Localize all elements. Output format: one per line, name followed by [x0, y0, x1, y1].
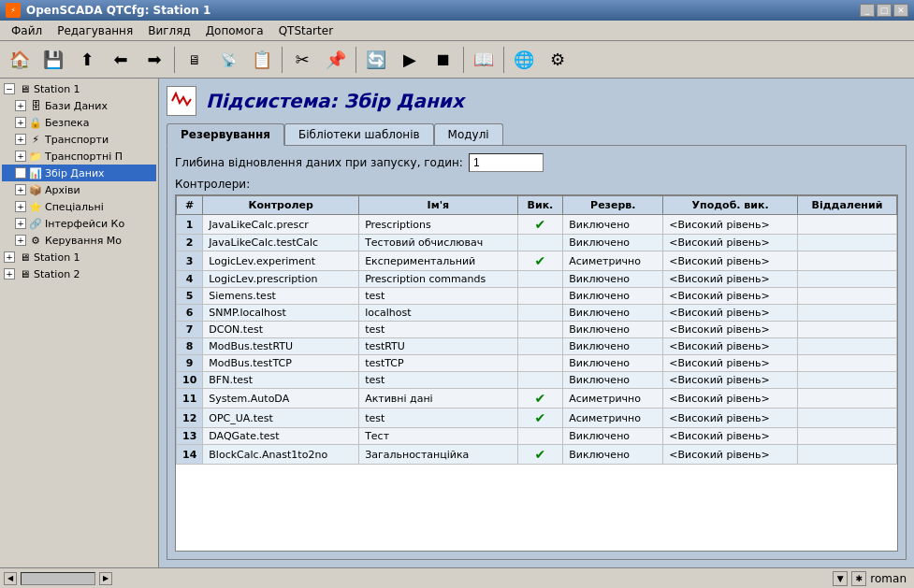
cell-controller: JavaLikeCalc.prescr: [203, 215, 359, 235]
expand-icon[interactable]: +: [4, 251, 15, 263]
scroll-right-arrow[interactable]: ▶: [99, 572, 112, 585]
table-row[interactable]: 13 DAQGate.test Тест Виключено <Високий …: [177, 428, 897, 445]
table-row[interactable]: 4 LogicLev.prescription Prescription com…: [177, 271, 897, 288]
sidebar-label-spetsialni: Спеціальні: [45, 201, 104, 213]
cell-num: 6: [177, 305, 203, 322]
expand-icon[interactable]: +: [15, 235, 26, 246]
cell-pref: <Високий рівень>: [663, 235, 798, 251]
table-row[interactable]: 8 ModBus.testRTU testRTU Виключено <Висо…: [177, 338, 897, 355]
toolbar-play-button[interactable]: ▶: [394, 44, 426, 76]
cell-name: test: [359, 288, 517, 305]
toolbar-home-button[interactable]: 🏠: [4, 44, 36, 76]
table-row[interactable]: 12 OPC_UA.test test ✔ Асиметрично <Висок…: [177, 409, 897, 428]
sidebar-item-spetsialni[interactable]: + ⭐ Спеціальні: [2, 198, 156, 215]
spetsialni-icon: ⭐: [28, 199, 43, 214]
cell-controller: Siemens.test: [203, 288, 359, 305]
table-row[interactable]: 14 BlockCalc.Anast1to2no Загальностанцій…: [177, 445, 897, 465]
transport-icon: ⚡: [28, 132, 43, 147]
expand-icon[interactable]: +: [15, 218, 26, 229]
toolbar-refresh-button[interactable]: 🔄: [360, 44, 392, 76]
menu-view[interactable]: Вигляд: [140, 22, 198, 39]
toolbar-disconnect-button[interactable]: 📡: [212, 44, 244, 76]
sidebar-label-keruvannya: Керування Мо: [45, 235, 122, 247]
menu-file[interactable]: Файл: [4, 22, 50, 39]
cell-num: 8: [177, 338, 203, 355]
cell-name: test: [359, 372, 517, 389]
controllers-table-container[interactable]: # Контролер Ім'я Вик. Резерв. Уподоб. ви…: [175, 194, 898, 552]
status-star-button[interactable]: ✱: [851, 571, 866, 586]
toolbar-back-button[interactable]: ⬅: [105, 44, 137, 76]
menu-help[interactable]: Допомога: [198, 22, 271, 39]
status-down-arrow[interactable]: ▼: [833, 571, 848, 586]
toolbar-save-button[interactable]: 💾: [37, 44, 69, 76]
table-body: 1 JavaLikeCalc.prescr Prescriptions ✔ Ви…: [177, 215, 897, 465]
expand-icon[interactable]: −: [4, 83, 15, 94]
sidebar-item-bazy-danykh[interactable]: + 🗄 Бази Даних: [2, 97, 156, 114]
toolbar-network-button[interactable]: 🌐: [508, 44, 540, 76]
expand-icon[interactable]: +: [15, 117, 26, 128]
table-row[interactable]: 10 BFN.test test Виключено <Високий ріве…: [177, 372, 897, 389]
cell-remote: [797, 338, 896, 355]
table-row[interactable]: 1 JavaLikeCalc.prescr Prescriptions ✔ Ви…: [177, 215, 897, 235]
tab-rezervuvannya[interactable]: Резервування: [167, 123, 284, 146]
expand-icon[interactable]: +: [15, 100, 26, 111]
tab-moduli[interactable]: Модулі: [434, 123, 503, 145]
sidebar-item-transport-p[interactable]: + 📁 Транспортні П: [2, 148, 156, 165]
cell-reserve: Виключено: [563, 355, 663, 372]
maximize-button[interactable]: □: [877, 4, 892, 17]
cell-name: Активні дані: [359, 389, 517, 409]
cell-num: 1: [177, 215, 203, 235]
table-row[interactable]: 11 System.AutoDA Активні дані ✔ Асиметри…: [177, 389, 897, 409]
menu-edit[interactable]: Редагування: [50, 22, 140, 39]
sidebar-item-bezpeka[interactable]: + 🔒 Безпека: [2, 114, 156, 131]
cell-name: localhost: [359, 305, 517, 322]
cell-reserve: Виключено: [563, 322, 663, 338]
depth-input[interactable]: [469, 153, 544, 172]
sidebar-item-transport[interactable]: + ⚡ Транспорти: [2, 131, 156, 148]
tab-biblioteky[interactable]: Бібліотеки шаблонів: [284, 123, 434, 145]
toolbar-forward-button[interactable]: ➡: [138, 44, 170, 76]
table-row[interactable]: 2 JavaLikeCalc.testCalc Тестовий обчислю…: [177, 235, 897, 251]
sidebar-item-zbir-danykh[interactable]: − 📊 Збір Даних: [2, 165, 156, 181]
scroll-left-arrow[interactable]: ◀: [4, 572, 17, 585]
content-area: Підсистема: Збір Даних Резервування Бібл…: [159, 79, 914, 567]
sidebar-label-station1-root: Station 1: [34, 83, 80, 95]
minimize-button[interactable]: _: [860, 4, 875, 17]
sidebar-item-station1-root[interactable]: − 🖥 Station 1: [2, 80, 156, 97]
sidebar-item-station2[interactable]: + 🖥 Station 2: [2, 265, 156, 282]
sidebar-item-keruvannya[interactable]: + ⚙ Керування Мо: [2, 232, 156, 249]
toolbar-up-button[interactable]: ⬆: [71, 44, 103, 76]
title-bar: ⚡ OpenSCADA QTCfg: Station 1 _ □ ✕: [0, 0, 914, 21]
expand-icon[interactable]: +: [4, 268, 15, 280]
sidebar-item-interfeysy[interactable]: + 🔗 Інтерфейси Ко: [2, 215, 156, 232]
cell-enabled: ✔: [517, 215, 563, 235]
toolbar-cut-button[interactable]: ✂: [286, 44, 318, 76]
expand-icon[interactable]: +: [15, 201, 26, 212]
toolbar-copy-button[interactable]: 📋: [246, 44, 278, 76]
expand-icon[interactable]: +: [15, 134, 26, 145]
sidebar-label-bazy-danykh: Бази Даних: [45, 100, 108, 112]
sidebar-item-station1-2[interactable]: + 🖥 Station 1: [2, 249, 156, 265]
toolbar-paste-button[interactable]: 📌: [320, 44, 352, 76]
menu-qtstarter[interactable]: QTStarter: [271, 22, 341, 39]
table-row[interactable]: 6 SNMP.localhost localhost Виключено <Ви…: [177, 305, 897, 322]
expand-icon[interactable]: −: [15, 167, 26, 179]
toolbar-stop-button[interactable]: ⏹: [428, 44, 459, 76]
station1-2-icon: 🖥: [17, 250, 32, 265]
horizontal-scrollbar[interactable]: [21, 572, 95, 585]
expand-icon[interactable]: +: [15, 184, 26, 195]
table-row[interactable]: 7 DCON.test test Виключено <Високий ріве…: [177, 322, 897, 338]
table-row[interactable]: 5 Siemens.test test Виключено <Високий р…: [177, 288, 897, 305]
toolbar: 🏠 💾 ⬆ ⬅ ➡ 🖥 📡 📋 ✂ 📌 🔄 ▶ ⏹ 📖 🌐 ⚙: [0, 41, 914, 79]
close-button[interactable]: ✕: [893, 4, 908, 17]
toolbar-help-button[interactable]: 📖: [468, 44, 500, 76]
window-title: OpenSCADA QTCfg: Station 1: [26, 4, 210, 17]
cell-controller: System.AutoDA: [203, 389, 359, 409]
table-row[interactable]: 9 ModBus.testTCP testTCP Виключено <Висо…: [177, 355, 897, 372]
toolbar-connect-button[interactable]: 🖥: [179, 44, 210, 76]
cell-num: 11: [177, 389, 203, 409]
table-row[interactable]: 3 LogicLev.experiment Експериментальний …: [177, 251, 897, 271]
expand-icon[interactable]: +: [15, 151, 26, 162]
toolbar-settings-button[interactable]: ⚙: [542, 44, 573, 76]
sidebar-item-arkhivy[interactable]: + 📦 Архіви: [2, 181, 156, 198]
